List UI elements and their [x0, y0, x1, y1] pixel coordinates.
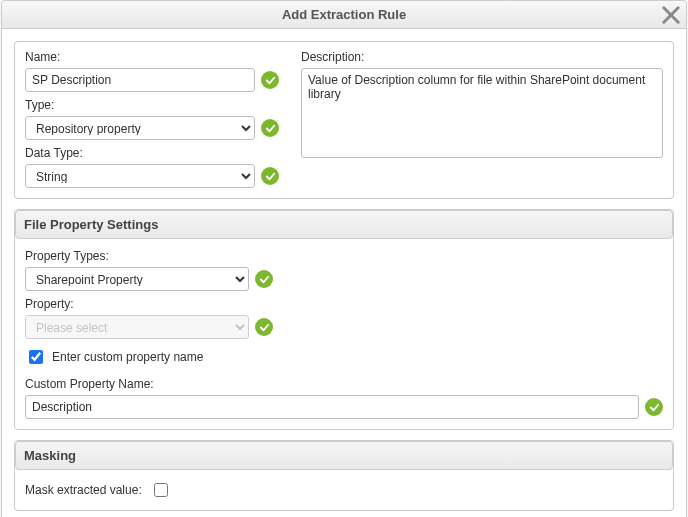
description-textarea[interactable]: Value of Description column for file wit… — [301, 68, 663, 158]
add-extraction-rule-dialog: Add Extraction Rule Name: Type: — [1, 0, 687, 517]
check-icon — [255, 318, 273, 336]
datatype-label: Data Type: — [25, 146, 285, 160]
custom-property-name-input[interactable] — [25, 395, 639, 419]
check-icon — [645, 398, 663, 416]
custom-property-name-label: Custom Property Name: — [25, 377, 663, 391]
file-property-settings-header: File Property Settings — [15, 210, 673, 239]
dialog-body: Name: Type: Repository property — [2, 29, 686, 517]
type-select[interactable]: Repository property — [25, 116, 255, 140]
masking-panel: Masking Mask extracted value: — [14, 440, 674, 511]
name-label: Name: — [25, 50, 285, 64]
enter-custom-checkbox[interactable] — [29, 350, 43, 364]
basic-panel: Name: Type: Repository property — [14, 41, 674, 199]
mask-extracted-value-checkbox[interactable] — [154, 483, 168, 497]
name-input[interactable] — [25, 68, 255, 92]
dialog-titlebar: Add Extraction Rule — [2, 1, 686, 29]
check-icon — [261, 119, 279, 137]
close-icon[interactable] — [662, 6, 680, 24]
masking-header: Masking — [15, 441, 673, 470]
type-label: Type: — [25, 98, 285, 112]
check-icon — [261, 167, 279, 185]
file-property-settings-panel: File Property Settings Property Types: S… — [14, 209, 674, 430]
property-label: Property: — [25, 297, 663, 311]
dialog-title-text: Add Extraction Rule — [282, 7, 406, 22]
property-types-select[interactable]: Sharepoint Property — [25, 267, 249, 291]
property-types-label: Property Types: — [25, 249, 663, 263]
enter-custom-label[interactable]: Enter custom property name — [52, 350, 203, 364]
mask-extracted-value-label: Mask extracted value: — [25, 483, 142, 497]
datatype-select[interactable]: String — [25, 164, 255, 188]
check-icon — [261, 71, 279, 89]
check-icon — [255, 270, 273, 288]
description-label: Description: — [301, 50, 663, 64]
property-select: Please select — [25, 315, 249, 339]
